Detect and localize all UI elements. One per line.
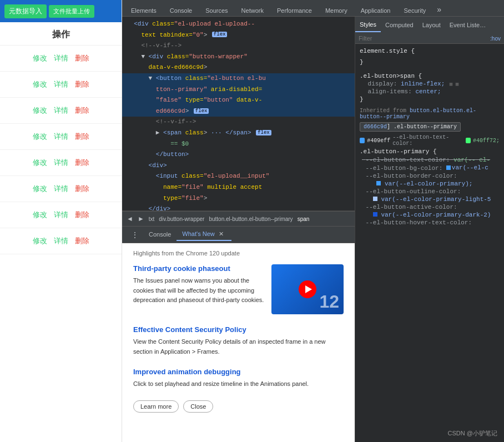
close-whats-new-button[interactable]: Close [183, 400, 213, 413]
sidebar-top-bar: 元数据导入 文件批量上传 [0, 0, 122, 22]
tab-elements[interactable]: Elements [124, 5, 163, 16]
breadcrumb-item-span[interactable]: span [298, 216, 310, 222]
devtools-panel: Elements Console Sources Network Perform… [122, 0, 504, 442]
delete-button[interactable]: 删除 [75, 79, 89, 89]
css-prop-active-color-val: var(--el-color-primary-dark-2) [360, 211, 500, 219]
delete-button[interactable]: 删除 [75, 53, 89, 63]
edit-button[interactable]: 修改 [33, 158, 47, 168]
edit-button[interactable]: 修改 [33, 106, 47, 115]
filter-input[interactable] [359, 35, 488, 42]
css-close-brace-span: } [360, 96, 500, 103]
css-prop-bg-color: --el-button-bg-color: var(--el-c [360, 164, 500, 172]
tab-styles[interactable]: Styles [355, 18, 381, 32]
tab-security[interactable]: Security [397, 5, 432, 16]
breadcrumb-back-icon[interactable]: ◄ [127, 215, 133, 223]
whats-new-section-cookies: Third-party cookie phaseout The Issues p… [133, 264, 344, 314]
css-selector-primary: .el-button--primary { [360, 147, 500, 156]
whats-new-heading-animation[interactable]: Improved animation debugging [133, 368, 344, 376]
css-tooltip-hash: d666c9d] .el-button--primary [360, 122, 461, 132]
delete-button[interactable]: 删除 [75, 132, 89, 142]
css-inherited-label: Inherited from button.el-button.el-butto… [360, 108, 500, 120]
whats-new-heading-csp[interactable]: Effective Content Security Policy [133, 325, 344, 334]
tab-memory[interactable]: Memory [319, 5, 354, 16]
styles-panel: Styles Computed Layout Event Liste… :hov… [355, 17, 504, 442]
whats-new-close-icon[interactable]: ✕ [216, 229, 226, 238]
delete-button[interactable]: 删除 [75, 184, 89, 194]
breadcrumb-forward-icon[interactable]: ► [138, 215, 144, 223]
detail-button[interactable]: 详情 [54, 132, 68, 142]
console-menu-icon[interactable]: ⋮ [127, 230, 143, 239]
css-rule-el-button-primary: .el-button--primary { --el-button-text-c… [360, 147, 500, 227]
html-line: <div> [122, 160, 355, 172]
whats-new-actions: Learn more Close [133, 400, 344, 413]
css-rule-element-style: element.style { } [360, 46, 500, 68]
whats-new-heading-cookies[interactable]: Third-party cookie phaseout [133, 264, 265, 273]
detail-button[interactable]: 详情 [54, 53, 68, 63]
edit-button[interactable]: 修改 [33, 79, 47, 89]
metadata-import-button[interactable]: 元数据导入 [4, 4, 47, 18]
detail-button[interactable]: 详情 [54, 184, 68, 194]
css-button-text-color-val: --el-button-text-color: [392, 134, 463, 147]
detail-button[interactable]: 详情 [54, 106, 68, 115]
edit-button[interactable]: 修改 [33, 236, 47, 246]
html-line: </div> [122, 204, 355, 211]
css-close-brace: } [360, 57, 500, 68]
html-line: text tabindex="0"> flex [122, 30, 355, 41]
tab-console[interactable]: Console [143, 229, 177, 241]
breadcrumb-item-txt[interactable]: txt [149, 216, 155, 222]
whats-new-desc-animation: Click to set playhead and resize timelin… [133, 379, 344, 389]
edit-button[interactable]: 修改 [33, 132, 47, 142]
css-prop-align: align-items: center; [360, 88, 500, 96]
breadcrumb-item-button[interactable]: button.el-button.el-button--primary [209, 216, 293, 222]
edit-button[interactable]: 修改 [33, 184, 47, 194]
hov-filter-button[interactable]: :hov [490, 36, 501, 42]
edit-button[interactable]: 修改 [33, 210, 47, 220]
tab-whats-new[interactable]: What's New ✕ [177, 228, 231, 241]
batch-upload-button[interactable]: 文件批量上传 [49, 5, 94, 18]
css-color-40ff72: #40ff72; [473, 138, 500, 144]
css-selector-span: .el-button>span { [360, 72, 500, 80]
learn-more-button[interactable]: Learn more [133, 400, 179, 413]
tab-application[interactable]: Application [354, 5, 397, 16]
table-row: 修改 详情 删除 [0, 72, 122, 98]
sidebar: 元数据导入 文件批量上传 操作 修改 详情 删除 修改 详情 删除 修改 详情 … [0, 0, 122, 442]
css-prop-display: display: inline-flex; ▦ ▦ [360, 80, 500, 88]
breadcrumb-item-div-button-wrapper[interactable]: div.button-wrapper [159, 216, 204, 222]
detail-button[interactable]: 详情 [54, 79, 68, 89]
delete-button[interactable]: 删除 [75, 106, 89, 115]
tab-sources[interactable]: Sources [199, 5, 234, 16]
css-prop-active-color: --el-button-active-color: [360, 203, 500, 211]
more-tabs-icon[interactable]: » [432, 3, 446, 16]
play-button-icon[interactable] [299, 280, 316, 298]
css-tooltip-row2: #409eff --el-button-text-color: #40ff72; [360, 134, 500, 147]
detail-button[interactable]: 详情 [54, 158, 68, 168]
detail-button[interactable]: 详情 [54, 236, 68, 246]
styles-content: element.style { } .el-button>span { disp… [355, 44, 504, 442]
html-line: <div class="el-upload el-upload-- [122, 19, 355, 30]
color-swatch-outline [373, 197, 377, 201]
html-line: type="file"> [122, 193, 355, 204]
tab-event-listeners[interactable]: Event Liste… [445, 18, 490, 32]
tab-computed[interactable]: Computed [381, 18, 418, 32]
css-color-409eff: #409eff [367, 138, 390, 144]
html-line-selected[interactable]: ▼ <button class="el-button el-bu [122, 73, 355, 84]
breadcrumb: ◄ ► txt div.button-wrapper button.el-but… [122, 211, 355, 227]
whats-new-section-animation: Improved animation debugging Click to se… [133, 368, 344, 389]
tab-network[interactable]: Network [235, 5, 270, 16]
tab-layout[interactable]: Layout [418, 18, 445, 32]
html-line: ▼ <div class="button-wrapper" [122, 52, 355, 63]
html-line: <!--v-if--> [122, 117, 355, 128]
css-prop-outline-color: --el-button-outline-color: [360, 188, 500, 195]
delete-button[interactable]: 删除 [75, 210, 89, 220]
tab-performance[interactable]: Performance [270, 5, 319, 16]
css-prop-text-color: --el-button-text-color: var(-- el- [360, 156, 500, 164]
tab-console[interactable]: Console [163, 5, 199, 16]
delete-button[interactable]: 删除 [75, 158, 89, 168]
detail-button[interactable]: 详情 [54, 210, 68, 220]
css-prop-hover-text: --el-button-hover-text-color: [360, 219, 500, 227]
css-tooltip-row: d666c9d] .el-button--primary [360, 121, 500, 133]
html-line-selected: "false" type="button" data-v- [122, 95, 355, 106]
edit-button[interactable]: 修改 [33, 53, 47, 63]
delete-button[interactable]: 删除 [75, 236, 89, 246]
table-row: 修改 详情 删除 [0, 176, 122, 202]
